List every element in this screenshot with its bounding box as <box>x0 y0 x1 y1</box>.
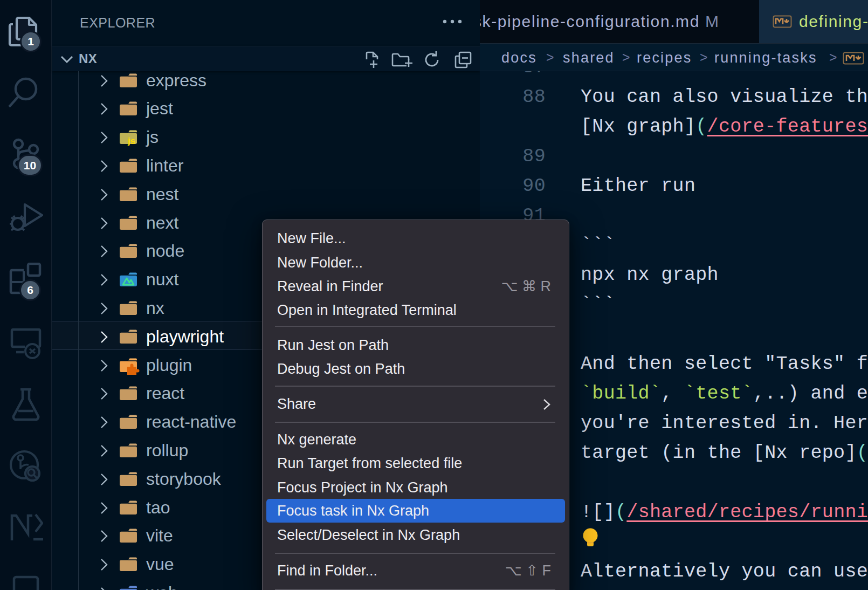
svg-text:js: js <box>127 136 135 146</box>
